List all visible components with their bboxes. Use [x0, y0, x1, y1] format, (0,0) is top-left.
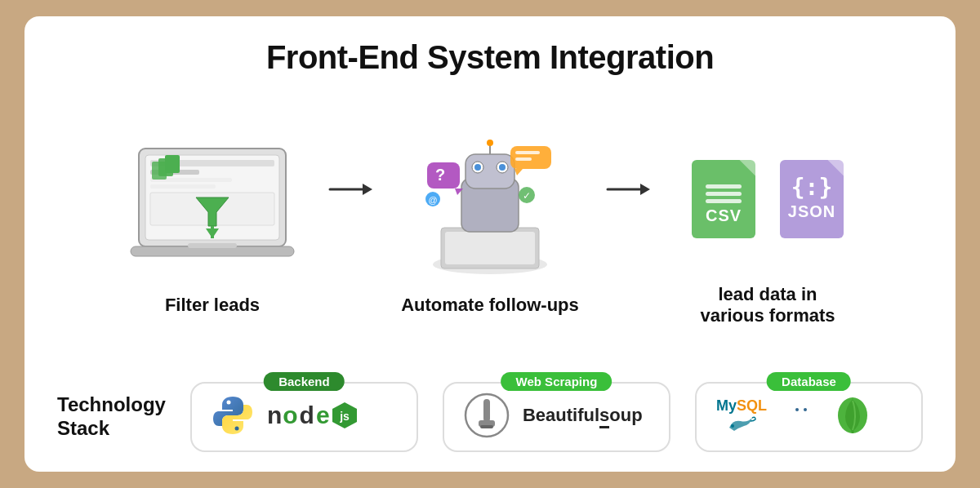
json-label: JSON: [788, 202, 835, 221]
svg-rect-9: [211, 226, 214, 238]
csv-line-3: [706, 199, 742, 203]
database-card: Database MySQL: [695, 382, 923, 452]
arrow-2-icon: [604, 177, 653, 202]
lead-data-label: lead data in various formats: [700, 284, 835, 326]
database-badge: Database: [767, 372, 851, 391]
mongodb-icon: [835, 394, 870, 437]
scraping-card: Web Scraping Beautifulsoup: [443, 382, 670, 452]
export-icons: CSV {:} JSON: [687, 160, 849, 238]
nodejs-logo: n o d e js: [267, 401, 358, 429]
svg-marker-40: [640, 184, 650, 195]
svg-rect-21: [466, 154, 514, 189]
nodejs-d: d: [300, 401, 314, 429]
csv-corner: [739, 160, 755, 176]
mysql-text: MySQL: [716, 398, 767, 413]
mysql-logo: MySQL: [716, 398, 767, 433]
svg-rect-14: [188, 243, 237, 248]
svg-text:?: ?: [435, 166, 445, 184]
svg-rect-48: [480, 425, 493, 428]
svg-marker-16: [363, 184, 372, 195]
svg-point-54: [795, 408, 799, 411]
nodejs-o: o: [283, 401, 297, 429]
svg-rect-30: [515, 151, 540, 154]
csv-label: CSV: [706, 206, 742, 225]
tech-stack-label: Technology Stack: [57, 393, 166, 441]
filter-leads-label: Filter leads: [165, 295, 260, 316]
main-card: Front-End System Integration: [24, 16, 956, 472]
svg-rect-19: [445, 232, 535, 264]
flow-item-export: CSV {:} JSON lead data in various format…: [653, 126, 882, 326]
nodejs-e: e: [316, 401, 330, 429]
backend-card: Backend: [190, 382, 418, 452]
svg-rect-31: [515, 157, 532, 161]
scraping-badge: Web Scraping: [501, 372, 612, 391]
svg-marker-29: [514, 169, 523, 175]
automate-label: Automate follow-ups: [401, 295, 579, 316]
beautifulsoup-text: Beautifulsoup: [523, 405, 643, 426]
svg-rect-28: [510, 146, 551, 169]
svg-point-25: [499, 164, 506, 171]
flow-item-automate: ? ✓ @ Automate follow-ups: [376, 136, 604, 316]
flow-item-filter: Filter leads: [98, 136, 327, 316]
scraper-icon: [464, 393, 510, 438]
svg-rect-5: [150, 184, 216, 189]
svg-text:✓: ✓: [523, 190, 531, 202]
csv-line-1: [706, 184, 742, 189]
svg-text:@: @: [428, 195, 437, 205]
page-title: Front-End System Integration: [57, 39, 923, 76]
nodejs-text: n: [267, 401, 281, 429]
json-braces: {:}: [791, 176, 833, 199]
csv-line-2: [706, 192, 742, 196]
nodejs-hex-icon: js: [332, 401, 358, 429]
csv-file-icon: CSV: [687, 160, 760, 238]
automate-icon-box: ? ✓ @: [412, 136, 568, 283]
svg-rect-12: [165, 155, 180, 173]
csv-lines: [706, 184, 742, 203]
svg-point-41: [226, 401, 230, 405]
mysql-dolphin-icon: [726, 413, 757, 433]
laptop-icon: [122, 140, 302, 279]
json-file-icon: {:} JSON: [775, 160, 849, 238]
svg-text:js: js: [339, 410, 350, 423]
export-icon-box: CSV {:} JSON: [687, 126, 849, 273]
arrow-1-icon: [327, 177, 376, 202]
backend-badge: Backend: [264, 372, 345, 391]
svg-point-42: [234, 427, 238, 431]
svg-rect-46: [483, 399, 490, 422]
tech-section: Technology Stack Backend: [57, 382, 923, 452]
svg-point-49: [731, 424, 734, 428]
svg-point-27: [487, 140, 493, 146]
postgresql-icon: [780, 394, 822, 437]
flow-section: Filter leads: [57, 95, 923, 356]
svg-point-55: [804, 408, 807, 411]
python-icon: [212, 394, 254, 437]
robot-icon: ? ✓ @: [412, 138, 568, 281]
svg-point-24: [474, 164, 481, 171]
filter-icon-box: [122, 136, 302, 283]
